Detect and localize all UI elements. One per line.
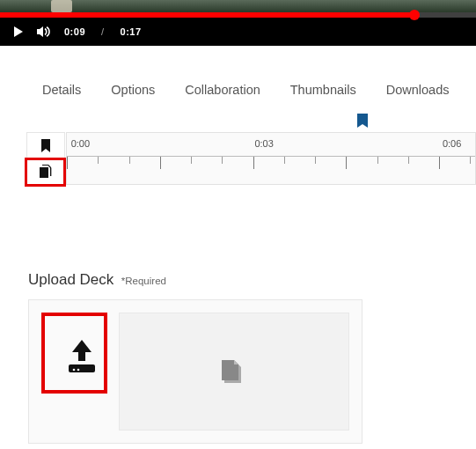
play-icon[interactable] bbox=[12, 26, 25, 38]
document-stack-icon bbox=[222, 358, 246, 385]
svg-rect-1 bbox=[69, 364, 95, 372]
tab-details[interactable]: Details bbox=[42, 83, 81, 97]
timeline-track-buttons bbox=[26, 132, 65, 185]
progress-knob[interactable] bbox=[409, 10, 420, 20]
timeline-label: 0:03 bbox=[254, 138, 273, 149]
bookmark-icon bbox=[40, 139, 51, 152]
tab-bar: Details Options Collaboration Thumbnails… bbox=[0, 46, 476, 109]
slides-track-button[interactable] bbox=[26, 158, 65, 185]
document-icon bbox=[40, 165, 52, 178]
timeline-label: 0:00 bbox=[71, 138, 90, 149]
upload-button[interactable] bbox=[48, 320, 114, 394]
duration: 0:17 bbox=[121, 26, 142, 37]
svg-rect-0 bbox=[40, 167, 48, 178]
volume-icon[interactable] bbox=[37, 26, 52, 38]
upload-deck-section: Upload Deck *Required bbox=[28, 271, 362, 444]
timeline-label: 0:06 bbox=[443, 138, 461, 149]
timeline-ruler-area[interactable]: 0:00 0:03 0:06 bbox=[66, 132, 476, 185]
video-frame-strip bbox=[0, 0, 476, 12]
required-badge: *Required bbox=[121, 276, 166, 286]
timeline-labels: 0:00 0:03 0:06 bbox=[67, 133, 475, 156]
bookmark-track-button[interactable] bbox=[26, 132, 65, 158]
drop-zone[interactable] bbox=[119, 313, 349, 431]
tab-downloads[interactable]: Downloads bbox=[386, 83, 450, 97]
tab-collaboration[interactable]: Collaboration bbox=[185, 83, 260, 97]
tab-thumbnails[interactable]: Thumbnails bbox=[290, 83, 356, 97]
tab-options[interactable]: Options bbox=[111, 83, 155, 97]
video-player[interactable]: 0:09 / 0:17 bbox=[0, 0, 476, 46]
progress-bar[interactable] bbox=[0, 12, 476, 18]
section-heading: Upload Deck *Required bbox=[28, 271, 362, 289]
current-time: 0:09 bbox=[64, 26, 85, 37]
timeline-ruler bbox=[67, 156, 475, 173]
bookmark-flag-icon[interactable] bbox=[356, 114, 369, 133]
svg-point-2 bbox=[72, 369, 75, 372]
svg-point-3 bbox=[77, 369, 79, 372]
player-controls: 0:09 / 0:17 bbox=[0, 18, 476, 46]
upload-deck-panel bbox=[28, 299, 362, 444]
upload-deck-title: Upload Deck bbox=[28, 271, 114, 288]
upload-icon bbox=[62, 336, 102, 377]
time-separator: / bbox=[101, 26, 105, 37]
progress-fill bbox=[0, 12, 414, 18]
